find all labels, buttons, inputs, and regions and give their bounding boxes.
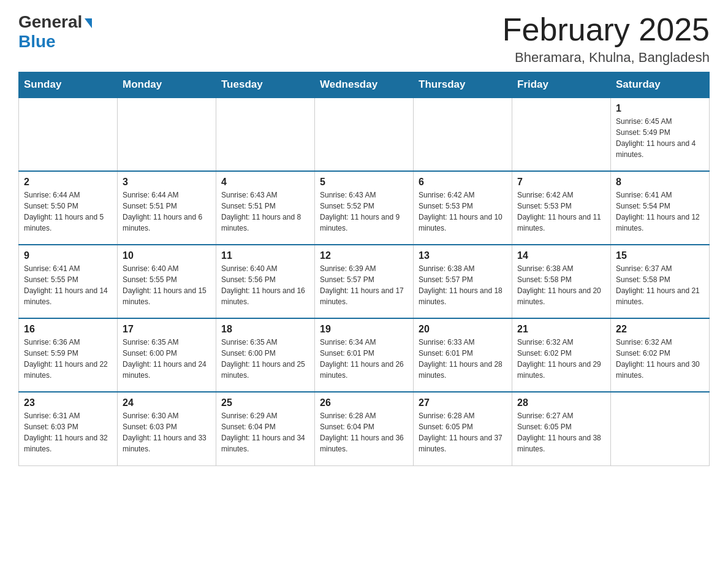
calendar-cell (118, 98, 216, 171)
day-info: Sunrise: 6:31 AM Sunset: 6:03 PM Dayligh… (24, 410, 112, 454)
day-number: 24 (123, 397, 211, 408)
day-info: Sunrise: 6:42 AM Sunset: 5:53 PM Dayligh… (419, 190, 507, 234)
day-number: 19 (320, 324, 408, 335)
calendar-cell: 4Sunrise: 6:43 AM Sunset: 5:51 PM Daylig… (216, 171, 315, 245)
day-number: 9 (24, 250, 112, 261)
day-number: 13 (419, 250, 507, 261)
calendar-cell: 8Sunrise: 6:41 AM Sunset: 5:54 PM Daylig… (611, 171, 710, 245)
day-info: Sunrise: 6:44 AM Sunset: 5:51 PM Dayligh… (123, 190, 211, 234)
calendar-week-5: 23Sunrise: 6:31 AM Sunset: 6:03 PM Dayli… (19, 392, 710, 465)
header: General Blue February 2025 Bheramara, Kh… (18, 12, 710, 66)
calendar-cell: 18Sunrise: 6:35 AM Sunset: 6:00 PM Dayli… (216, 318, 315, 392)
day-info: Sunrise: 6:33 AM Sunset: 6:01 PM Dayligh… (419, 337, 507, 381)
logo-triangle-icon (85, 18, 92, 28)
day-info: Sunrise: 6:42 AM Sunset: 5:53 PM Dayligh… (517, 190, 605, 234)
calendar-cell: 22Sunrise: 6:32 AM Sunset: 6:02 PM Dayli… (611, 318, 710, 392)
calendar-cell: 2Sunrise: 6:44 AM Sunset: 5:50 PM Daylig… (19, 171, 118, 245)
day-number: 26 (320, 397, 408, 408)
day-info: Sunrise: 6:36 AM Sunset: 5:59 PM Dayligh… (24, 337, 112, 381)
day-number: 15 (616, 250, 704, 261)
calendar-cell: 20Sunrise: 6:33 AM Sunset: 6:01 PM Dayli… (414, 318, 512, 392)
calendar-cell: 13Sunrise: 6:38 AM Sunset: 5:57 PM Dayli… (414, 245, 512, 318)
day-number: 18 (221, 324, 309, 335)
day-number: 27 (419, 397, 507, 408)
weekday-header-sunday: Sunday (19, 72, 118, 98)
day-info: Sunrise: 6:30 AM Sunset: 6:03 PM Dayligh… (123, 410, 211, 454)
day-number: 14 (517, 250, 605, 261)
calendar-cell: 26Sunrise: 6:28 AM Sunset: 6:04 PM Dayli… (315, 392, 414, 465)
calendar-cell (19, 98, 118, 171)
title-area: February 2025 Bheramara, Khulna, Banglad… (502, 12, 710, 66)
calendar-cell: 9Sunrise: 6:41 AM Sunset: 5:55 PM Daylig… (19, 245, 118, 318)
day-number: 1 (616, 103, 704, 114)
day-number: 11 (221, 250, 309, 261)
calendar-cell: 1Sunrise: 6:45 AM Sunset: 5:49 PM Daylig… (611, 98, 710, 171)
day-info: Sunrise: 6:41 AM Sunset: 5:54 PM Dayligh… (616, 190, 704, 234)
day-number: 28 (517, 397, 605, 408)
calendar-cell (315, 98, 414, 171)
day-info: Sunrise: 6:35 AM Sunset: 6:00 PM Dayligh… (221, 337, 309, 381)
weekday-header-monday: Monday (118, 72, 216, 98)
day-number: 10 (123, 250, 211, 261)
day-number: 21 (517, 324, 605, 335)
calendar-week-3: 9Sunrise: 6:41 AM Sunset: 5:55 PM Daylig… (19, 245, 710, 318)
calendar-cell: 25Sunrise: 6:29 AM Sunset: 6:04 PM Dayli… (216, 392, 315, 465)
calendar-cell: 5Sunrise: 6:43 AM Sunset: 5:52 PM Daylig… (315, 171, 414, 245)
day-number: 5 (320, 177, 408, 188)
day-info: Sunrise: 6:43 AM Sunset: 5:51 PM Dayligh… (221, 190, 309, 234)
calendar-cell: 24Sunrise: 6:30 AM Sunset: 6:03 PM Dayli… (118, 392, 216, 465)
day-number: 16 (24, 324, 112, 335)
calendar-cell: 17Sunrise: 6:35 AM Sunset: 6:00 PM Dayli… (118, 318, 216, 392)
day-number: 2 (24, 177, 112, 188)
day-number: 12 (320, 250, 408, 261)
day-number: 8 (616, 177, 704, 188)
calendar-cell: 14Sunrise: 6:38 AM Sunset: 5:58 PM Dayli… (512, 245, 611, 318)
day-info: Sunrise: 6:43 AM Sunset: 5:52 PM Dayligh… (320, 190, 408, 234)
day-number: 25 (221, 397, 309, 408)
calendar-cell: 27Sunrise: 6:28 AM Sunset: 6:05 PM Dayli… (414, 392, 512, 465)
calendar-cell: 3Sunrise: 6:44 AM Sunset: 5:51 PM Daylig… (118, 171, 216, 245)
calendar-cell: 15Sunrise: 6:37 AM Sunset: 5:58 PM Dayli… (611, 245, 710, 318)
weekday-header-wednesday: Wednesday (315, 72, 414, 98)
calendar-cell: 21Sunrise: 6:32 AM Sunset: 6:02 PM Dayli… (512, 318, 611, 392)
day-info: Sunrise: 6:37 AM Sunset: 5:58 PM Dayligh… (616, 263, 704, 307)
day-info: Sunrise: 6:38 AM Sunset: 5:58 PM Dayligh… (517, 263, 605, 307)
calendar-cell (216, 98, 315, 171)
calendar-cell: 6Sunrise: 6:42 AM Sunset: 5:53 PM Daylig… (414, 171, 512, 245)
calendar-cell: 11Sunrise: 6:40 AM Sunset: 5:56 PM Dayli… (216, 245, 315, 318)
calendar-cell: 19Sunrise: 6:34 AM Sunset: 6:01 PM Dayli… (315, 318, 414, 392)
calendar-cell: 23Sunrise: 6:31 AM Sunset: 6:03 PM Dayli… (19, 392, 118, 465)
day-number: 23 (24, 397, 112, 408)
calendar-table: SundayMondayTuesdayWednesdayThursdayFrid… (18, 72, 710, 466)
day-info: Sunrise: 6:28 AM Sunset: 6:04 PM Dayligh… (320, 410, 408, 454)
day-info: Sunrise: 6:38 AM Sunset: 5:57 PM Dayligh… (419, 263, 507, 307)
calendar-week-2: 2Sunrise: 6:44 AM Sunset: 5:50 PM Daylig… (19, 171, 710, 245)
day-number: 22 (616, 324, 704, 335)
logo-general: General (18, 12, 82, 32)
day-info: Sunrise: 6:32 AM Sunset: 6:02 PM Dayligh… (517, 337, 605, 381)
day-info: Sunrise: 6:39 AM Sunset: 5:57 PM Dayligh… (320, 263, 408, 307)
day-number: 17 (123, 324, 211, 335)
calendar-cell: 12Sunrise: 6:39 AM Sunset: 5:57 PM Dayli… (315, 245, 414, 318)
day-info: Sunrise: 6:35 AM Sunset: 6:00 PM Dayligh… (123, 337, 211, 381)
day-info: Sunrise: 6:40 AM Sunset: 5:55 PM Dayligh… (123, 263, 211, 307)
day-info: Sunrise: 6:29 AM Sunset: 6:04 PM Dayligh… (221, 410, 309, 454)
day-number: 3 (123, 177, 211, 188)
calendar-week-1: 1Sunrise: 6:45 AM Sunset: 5:49 PM Daylig… (19, 98, 710, 171)
weekday-header-friday: Friday (512, 72, 611, 98)
day-number: 6 (419, 177, 507, 188)
calendar-cell: 16Sunrise: 6:36 AM Sunset: 5:59 PM Dayli… (19, 318, 118, 392)
day-info: Sunrise: 6:40 AM Sunset: 5:56 PM Dayligh… (221, 263, 309, 307)
month-title: February 2025 (502, 12, 710, 47)
day-number: 7 (517, 177, 605, 188)
calendar-cell (512, 98, 611, 171)
weekday-header-thursday: Thursday (414, 72, 512, 98)
calendar-cell (414, 98, 512, 171)
weekday-header-tuesday: Tuesday (216, 72, 315, 98)
logo-blue: Blue (18, 32, 56, 51)
day-number: 4 (221, 177, 309, 188)
day-info: Sunrise: 6:45 AM Sunset: 5:49 PM Dayligh… (616, 116, 704, 160)
calendar-week-4: 16Sunrise: 6:36 AM Sunset: 5:59 PM Dayli… (19, 318, 710, 392)
calendar-cell: 10Sunrise: 6:40 AM Sunset: 5:55 PM Dayli… (118, 245, 216, 318)
day-info: Sunrise: 6:28 AM Sunset: 6:05 PM Dayligh… (419, 410, 507, 454)
